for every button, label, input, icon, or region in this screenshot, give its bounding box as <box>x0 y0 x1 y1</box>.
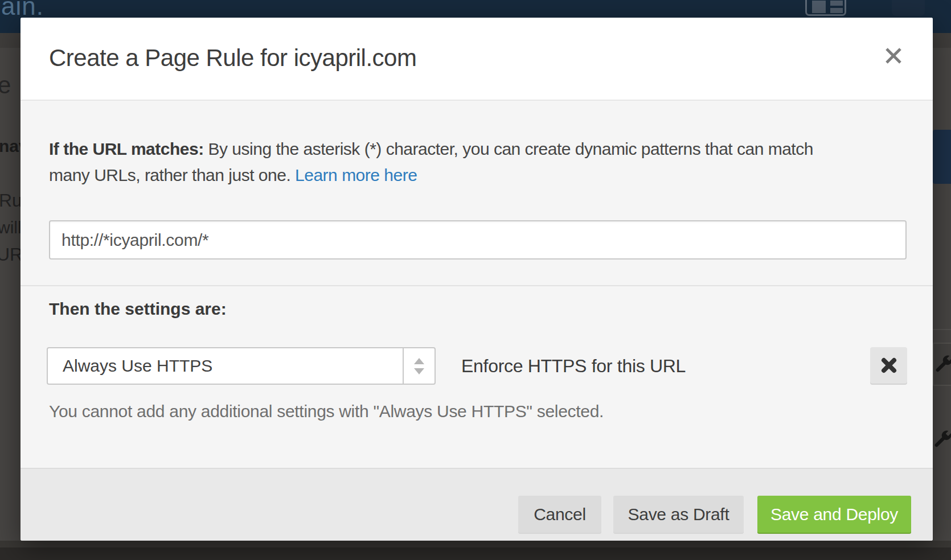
url-match-text-line1: By using the asterisk (*) character, you… <box>208 139 813 158</box>
modal-header: Create a Page Rule for icyapril.com <box>21 18 933 101</box>
background-heading-fragment: e <box>0 72 11 99</box>
settings-heading: Then the settings are: <box>49 299 227 319</box>
close-icon <box>884 46 903 65</box>
select-stepper-icon[interactable] <box>403 348 434 384</box>
url-match-label: If the URL matches: <box>49 139 204 158</box>
section-divider <box>21 285 933 286</box>
learn-more-link[interactable]: Learn more here <box>295 166 417 184</box>
create-page-rule-modal: Create a Page Rule for icyapril.com If t… <box>21 18 933 541</box>
wrench-icon <box>934 354 951 373</box>
setting-row: Always Use HTTPS Enforce HTTPS for this … <box>21 347 933 385</box>
modal-title: Create a Page Rule for icyapril.com <box>49 44 416 72</box>
background-row-fragment <box>933 343 951 386</box>
save-as-draft-button[interactable]: Save as Draft <box>613 496 744 533</box>
url-match-text-line2: many URLs, rather than just one. <box>49 166 290 184</box>
background-footer-band <box>0 541 951 547</box>
setting-description: Enforce HTTPS for this URL <box>461 356 686 377</box>
modal-footer: Cancel Save as Draft Save and Deploy <box>21 468 933 541</box>
modal-body: If the URL matches: By using the asteris… <box>21 102 933 468</box>
background-text-fragment: UR <box>0 244 23 265</box>
save-and-deploy-button[interactable]: Save and Deploy <box>757 496 911 533</box>
x-icon <box>881 357 897 373</box>
setting-note: You cannot add any additional settings w… <box>49 402 604 421</box>
setting-select-value: Always Use HTTPS <box>63 356 212 376</box>
background-right-strip <box>933 33 951 560</box>
background-footer-band-dark <box>0 547 951 560</box>
navbar-ghost-icon <box>892 0 925 16</box>
background-text-fragment: Ru <box>0 190 22 211</box>
background-row-fragment <box>933 419 951 459</box>
wrench-icon <box>933 429 951 448</box>
layout-columns-icon <box>805 0 846 16</box>
remove-setting-button[interactable] <box>870 347 907 384</box>
url-pattern-input[interactable] <box>49 220 907 260</box>
background-blue-button-fragment <box>933 130 951 184</box>
url-match-description: If the URL matches: By using the asteris… <box>49 136 903 188</box>
cancel-button[interactable]: Cancel <box>518 496 601 533</box>
close-button[interactable] <box>882 44 905 68</box>
setting-select[interactable]: Always Use HTTPS <box>47 347 436 385</box>
background-text-fragment: will <box>0 218 22 237</box>
